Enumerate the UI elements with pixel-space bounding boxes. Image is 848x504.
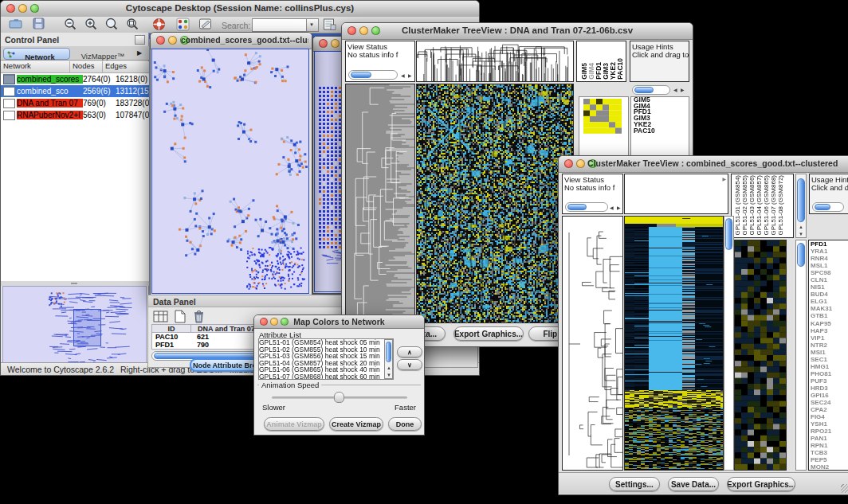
network-overview-panel[interactable] [2,286,147,368]
scrollbar-thumb[interactable] [386,342,391,362]
vizmapper-icon[interactable] [176,18,194,32]
animate-vizmap-button[interactable]: Animate Vizmap [264,417,324,431]
gene-label[interactable]: ELG1 [809,298,848,305]
scrollbar-thumb[interactable] [351,72,371,78]
gene-label[interactable]: GPI16 [809,392,848,399]
attribute-listbox[interactable]: GPL51-01 (GSM854) heat shock 05 minGPL51… [258,338,394,380]
gene-label[interactable]: HAP3 [809,327,848,334]
report-icon[interactable] [323,18,340,32]
delete-attribute-trash-icon[interactable] [193,310,205,323]
zoom-selected-icon[interactable] [125,18,143,32]
scrollbar-thumb[interactable] [797,178,805,222]
gene-label[interactable]: SEC24 [809,399,848,406]
scrollbar-thumb[interactable] [725,218,732,250]
resize-grip[interactable] [841,484,848,493]
scrollbar-thumb[interactable] [815,204,830,210]
gene-label[interactable]: FIG4 [809,413,848,420]
gene-label[interactable]: CLN1 [809,276,848,283]
close-icon[interactable] [156,36,165,45]
treeview2-save-data-button[interactable]: Save Data... [668,477,719,491]
column-label[interactable]: GPL51-02 (GSM855) [742,175,748,236]
zoom-in-icon[interactable] [84,18,101,32]
tab-more-icon[interactable]: ▶ [137,49,142,57]
gene-label[interactable]: PUF3 [809,377,848,385]
gene-label[interactable]: PEP5 [809,456,848,463]
row-label[interactable]: PAC10 [631,128,689,135]
gene-label[interactable]: PHO81 [809,370,848,377]
save-button[interactable] [33,18,50,32]
network1-canvas[interactable] [152,49,308,293]
network1-titlebar[interactable]: combined_scores_good.txt--cluste... [151,33,312,49]
treeview2-heatmap-vscrollbar[interactable] [724,216,734,471]
treeview2-zoom-vscrollbar[interactable] [795,240,807,471]
map-colors-titlebar[interactable]: Map Colors to Network [254,315,424,329]
scrollbar-thumb[interactable] [567,204,587,210]
treeview2-settings-button[interactable]: Settings... [609,477,660,491]
treeview1-column-dendrogram[interactable] [416,41,574,82]
column-label[interactable]: GPL51-01 (GSM854) [735,175,741,236]
usage-hints-hscrollbar[interactable] [812,202,844,212]
gene-label[interactable]: RNR4 [809,255,848,262]
tab-vizmapper[interactable]: VizMapper™ [72,48,134,60]
speed-slider-thumb[interactable] [334,392,344,403]
column-label[interactable]: GPL51-07 (GSM868) [771,175,777,236]
column-header-edges[interactable]: Edges [103,61,149,72]
close-icon[interactable] [564,159,573,168]
gene-label[interactable]: NTR2 [809,342,848,349]
gene-label[interactable]: GTB1 [809,312,848,319]
data-col-id[interactable]: ID [152,325,191,332]
network-list-row[interactable]: combined_sco 2569(6) 13112(15) [1,85,149,97]
column-header-nodes[interactable]: Nodes [70,61,103,72]
search-dropdown-button[interactable]: ▼ [306,18,319,32]
scrollbar-thumb[interactable] [634,87,654,93]
scroll-down-icon[interactable]: ▼ [387,373,391,377]
gene-label[interactable]: MAK31 [809,305,848,312]
gene-label[interactable]: MSL1 [809,262,848,269]
scroll-up-icon[interactable]: ▲ [799,225,803,229]
treeview1-titlebar[interactable]: ClusterMaker TreeView : DNA and Tran 07-… [342,23,693,40]
treeview2-export-graphics-button[interactable]: Export Graphics... [727,477,795,491]
column-header-network[interactable]: Network [1,61,70,72]
scroll-down-icon[interactable]: ▼ [799,232,803,236]
move-up-button[interactable]: ∧ [397,346,422,357]
scroll-right-icon[interactable]: ▶ [408,73,412,78]
help-lifesaver-icon[interactable] [152,18,170,32]
network-list-row[interactable]: RNAPuberNov2+I 563(0) 107847(0) [1,109,149,121]
gene-label[interactable]: KAP95 [809,320,848,327]
open-file-button[interactable] [9,18,26,32]
attribute-table-icon[interactable] [153,311,169,323]
gene-label[interactable]: PAN1 [809,435,848,442]
treeview2-column-dendrogram[interactable]: ▶ [624,174,728,214]
scroll-right-icon[interactable]: ▶ [617,205,621,210]
gene-label[interactable]: BUD4 [809,291,848,298]
view-status-hscrollbar[interactable] [348,70,398,80]
treeview2-labels-vscrollbar[interactable]: ▲ ▼ [795,174,807,238]
treeview1-heatmap[interactable] [416,84,574,323]
scroll-left-icon[interactable]: ◀ [401,73,405,78]
treeview2-zoom-heatmap[interactable] [734,240,787,471]
column-label[interactable]: GPL51-04 (GSM857) [756,175,763,236]
new-attribute-icon[interactable] [174,310,186,323]
network1-view[interactable] [151,49,309,294]
scroll-right-icon[interactable]: ▶ [681,88,685,92]
cytoscape-titlebar[interactable]: Cytoscape Desktop (Session Name: collins… [1,1,479,18]
overview-viewport-rect[interactable] [73,309,101,346]
gene-label[interactable]: PFD1 [809,240,848,248]
gene-label[interactable]: SPC98 [809,269,848,276]
gene-label[interactable]: CPA2 [809,406,848,413]
done-button[interactable]: Done [388,417,422,431]
gene-label[interactable]: RPO21 [809,428,848,435]
scroll-right-icon[interactable]: ▶ [722,176,726,182]
minimize-icon[interactable] [168,36,177,45]
minimize-icon[interactable] [331,39,340,48]
gene-label[interactable]: MSI1 [809,349,848,356]
scroll-up-icon[interactable]: ▲ [387,365,391,370]
attribute-list-vscrollbar[interactable]: ▲ ▼ [384,339,393,379]
gene-label[interactable]: SEC1 [809,356,848,363]
gene-label[interactable]: TCB3 [809,449,848,456]
zoom-fit-icon[interactable] [104,18,122,32]
treeview1-row-dendrogram[interactable] [345,84,415,323]
tab-network[interactable]: Network [3,48,70,60]
gene-label[interactable]: HRD3 [809,385,848,392]
treeview2-row-dendrogram[interactable] [562,216,623,471]
